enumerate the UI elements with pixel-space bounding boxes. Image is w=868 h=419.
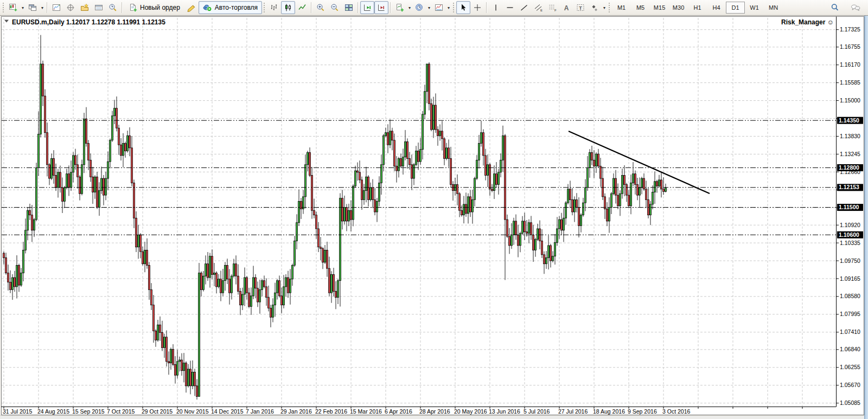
templates-caret[interactable]: ▾ xyxy=(446,2,451,14)
zoom-in-icon xyxy=(316,3,325,12)
new-chart-caret[interactable]: ▾ xyxy=(20,2,25,14)
toolbar-grip-standard[interactable] xyxy=(2,2,4,13)
new-chart-icon xyxy=(9,3,17,12)
timeframe-m30[interactable]: M30 xyxy=(669,2,688,14)
svg-text:1.11500: 1.11500 xyxy=(839,204,859,210)
periods-caret[interactable]: ▾ xyxy=(426,2,432,14)
toolbar-separator xyxy=(358,2,359,13)
metaeditor-button[interactable] xyxy=(184,1,199,14)
cursor-tool-button[interactable] xyxy=(456,1,470,14)
new-chart-button[interactable] xyxy=(6,1,20,14)
periods-clock-icon xyxy=(415,3,424,12)
text-tool-icon: A xyxy=(562,3,571,12)
toolbar: ▾ ▾ xyxy=(0,0,868,16)
timeframe-mn[interactable]: MN xyxy=(764,2,783,14)
svg-text:1.14350: 1.14350 xyxy=(839,117,859,124)
price-tag: 1.10600 xyxy=(837,231,863,238)
price-tag: 1.12153 xyxy=(837,184,863,191)
crosshair-tool-button[interactable] xyxy=(470,1,484,14)
vertical-line-tool-button[interactable] xyxy=(489,1,503,14)
svg-text:29 Oct 2015: 29 Oct 2015 xyxy=(142,408,173,415)
channel-tool-button[interactable]: E xyxy=(531,1,545,14)
timeframe-h1[interactable]: H1 xyxy=(688,2,707,14)
svg-text:20 Nov 2015: 20 Nov 2015 xyxy=(176,408,209,415)
line-chart-mode-button[interactable] xyxy=(295,1,309,14)
mt4-window: ▾ ▾ xyxy=(0,0,868,419)
market-watch-icon xyxy=(52,3,61,12)
market-watch-button[interactable] xyxy=(49,1,63,14)
timeframe-d1[interactable]: D1 xyxy=(726,2,745,14)
cursor-icon xyxy=(459,3,468,12)
ea-status-label[interactable]: Risk_Manager ☺ xyxy=(781,18,834,26)
periods-button[interactable] xyxy=(412,1,426,14)
templates-button[interactable] xyxy=(432,1,446,14)
timeframe-h4[interactable]: H4 xyxy=(707,2,726,14)
strategy-tester-button[interactable] xyxy=(106,1,120,14)
candlestick-mode-button[interactable] xyxy=(281,1,295,14)
horizontal-line-tool-button[interactable] xyxy=(503,1,517,14)
window-right-edge[interactable] xyxy=(864,16,868,419)
profiles-button[interactable] xyxy=(25,1,40,14)
bar-chart-icon xyxy=(270,3,278,12)
candlestick-icon xyxy=(284,3,292,12)
text-label-tool-button[interactable]: T xyxy=(573,1,588,14)
search-button[interactable] xyxy=(828,1,842,14)
autotrading-button[interactable]: Авто-торговля xyxy=(199,1,262,14)
svg-text:1.07995: 1.07995 xyxy=(840,311,860,317)
toolbar-grip-line-studies[interactable] xyxy=(452,2,455,13)
zoom-out-button[interactable] xyxy=(328,1,342,14)
svg-text:1.16170: 1.16170 xyxy=(840,61,860,68)
svg-text:1.13245: 1.13245 xyxy=(840,151,860,157)
timeframe-m15[interactable]: M15 xyxy=(650,2,669,14)
arrows-tool-caret[interactable]: ▾ xyxy=(602,2,607,14)
zoom-out-icon xyxy=(330,3,339,12)
svg-text:1.15000: 1.15000 xyxy=(840,97,860,104)
navigator-button[interactable] xyxy=(78,1,92,14)
indicators-button[interactable] xyxy=(393,1,407,14)
strategy-tester-icon xyxy=(108,3,117,12)
bar-chart-mode-button[interactable] xyxy=(267,1,281,14)
profiles-caret[interactable]: ▾ xyxy=(40,2,45,14)
chart-area[interactable]: 1.173251.167551.161701.155851.150001.138… xyxy=(0,0,868,419)
metaeditor-icon xyxy=(187,3,196,12)
toolbar-right-tools xyxy=(828,1,868,14)
fibonacci-tool-button[interactable]: F xyxy=(545,1,559,14)
horizontal-line-icon xyxy=(506,3,514,12)
toolbar-separator xyxy=(47,2,48,13)
svg-text:13 Jun 2016: 13 Jun 2016 xyxy=(489,408,520,415)
svg-text:F: F xyxy=(554,9,557,12)
toolbar-separator xyxy=(486,2,487,13)
fibonacci-icon: F xyxy=(548,3,557,12)
data-window-button[interactable] xyxy=(63,1,78,14)
new-order-icon xyxy=(129,3,137,12)
arrows-tool-button[interactable] xyxy=(588,1,602,14)
indicators-caret[interactable]: ▾ xyxy=(407,2,412,14)
new-order-button[interactable]: Новый ордер xyxy=(124,1,184,14)
svg-text:7 Jan 2016: 7 Jan 2016 xyxy=(246,408,274,415)
chart-shift-button[interactable] xyxy=(374,1,388,14)
terminal-button[interactable] xyxy=(92,1,106,14)
navigator-icon xyxy=(80,3,89,12)
svg-text:20 May 2016: 20 May 2016 xyxy=(454,408,487,415)
timeframe-m1[interactable]: M1 xyxy=(612,2,631,14)
timeframe-m5[interactable]: M5 xyxy=(631,2,650,14)
toolbar-grip-timeframes[interactable] xyxy=(608,2,610,13)
chat-button[interactable] xyxy=(848,1,863,14)
text-tool-button[interactable]: A xyxy=(559,1,573,14)
timeframe-w1[interactable]: W1 xyxy=(745,2,764,14)
svg-text:27 Jul 2016: 27 Jul 2016 xyxy=(558,408,588,415)
vertical-line-icon xyxy=(492,3,500,12)
trendline-tool-button[interactable] xyxy=(517,1,531,14)
auto-scroll-icon xyxy=(363,3,372,12)
svg-text:1.17325: 1.17325 xyxy=(840,26,860,33)
tile-windows-button[interactable] xyxy=(342,1,356,14)
line-chart-icon xyxy=(298,3,307,12)
auto-scroll-button[interactable] xyxy=(360,1,374,14)
price-tag: 1.12800 xyxy=(837,164,863,171)
chart-shift-icon xyxy=(377,3,386,12)
zoom-in-button[interactable] xyxy=(314,1,328,14)
ohlc-readout: EURUSD.m,Daily 1.12017 1.12278 1.11991 1… xyxy=(12,18,165,26)
svg-text:22 Feb 2016: 22 Feb 2016 xyxy=(315,408,347,415)
search-icon xyxy=(831,3,839,12)
toolbar-grip-charts[interactable] xyxy=(263,2,265,13)
